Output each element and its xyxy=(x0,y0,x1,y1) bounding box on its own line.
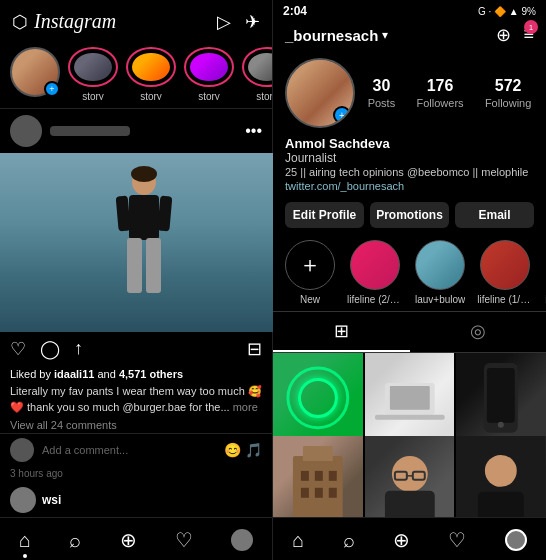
paper-plane-icon[interactable]: ✈ xyxy=(245,11,260,33)
profile-info-row: + 30 Posts 176 Followers 572 Following xyxy=(273,52,546,134)
svg-rect-11 xyxy=(390,386,430,410)
followers-stat[interactable]: 176 Followers xyxy=(416,77,463,109)
view-comments-link[interactable]: View all 24 comments xyxy=(0,417,272,433)
post-header: ••• xyxy=(0,108,272,153)
left-logo: ⬡ Instagram xyxy=(12,10,116,33)
grid-cell-4[interactable] xyxy=(273,436,363,517)
r-nav-profile-button[interactable] xyxy=(505,529,527,551)
profile-buttons: Edit Profile Promotions Email xyxy=(273,198,546,234)
followers-count: 176 xyxy=(427,77,454,95)
svg-rect-5 xyxy=(127,238,142,293)
svg-point-29 xyxy=(485,455,517,487)
r-nav-add-button[interactable]: ⊕ xyxy=(393,528,410,552)
tv-icon[interactable]: ▷ xyxy=(217,11,231,33)
liked-by-user[interactable]: idaali11 xyxy=(54,368,94,380)
story-item-5[interactable]: story xyxy=(242,47,272,100)
r-nav-heart-button[interactable]: ♡ xyxy=(448,528,466,552)
bio-link[interactable]: twitter.com/_bournesach xyxy=(285,180,534,192)
highlight-circle-lauv xyxy=(415,240,465,290)
notification-badge: 1 xyxy=(524,20,538,34)
emoji-2[interactable]: 🎵 xyxy=(245,442,262,458)
post-options-button[interactable]: ••• xyxy=(245,122,262,140)
more-link[interactable]: more xyxy=(233,401,258,413)
add-post-icon[interactable]: ⊕ xyxy=(496,24,511,46)
right-panel: 2:04 G · 🔶 ▲ 9% _bournesach ▾ ⊕ ≡ 1 + 30… xyxy=(273,0,546,560)
story-item-3[interactable]: story xyxy=(126,47,176,100)
svg-rect-2 xyxy=(129,195,159,240)
highlight-lauv[interactable]: lauv+bulow xyxy=(415,240,465,305)
like-button[interactable]: ♡ xyxy=(10,338,26,360)
story-label-3: story xyxy=(140,91,162,100)
r-nav-home-button[interactable]: ⌂ xyxy=(292,529,304,552)
svg-rect-24 xyxy=(385,491,435,517)
grid-cell-5[interactable] xyxy=(365,436,455,517)
share-button[interactable]: ↑ xyxy=(74,338,83,360)
add-to-story-button[interactable]: + xyxy=(333,106,351,124)
comment-button[interactable]: ◯ xyxy=(40,338,60,360)
nav-home-button[interactable]: ⌂ xyxy=(19,529,31,552)
wsi-username: wsi xyxy=(42,493,61,507)
svg-rect-21 xyxy=(315,488,323,498)
highlight-lifeline1[interactable]: lifeline (2/n... xyxy=(347,240,403,305)
story-item-2[interactable]: story xyxy=(68,47,118,100)
post-caption: Literally my fav pants I wear them way t… xyxy=(0,382,272,417)
email-button[interactable]: Email xyxy=(455,202,534,228)
post-username xyxy=(50,126,130,136)
grid-cell-6[interactable] xyxy=(456,436,546,517)
post-liked: Liked by idaali11 and 4,571 others xyxy=(0,366,272,382)
r-nav-search-button[interactable]: ⌕ xyxy=(343,529,355,552)
comment-avatar xyxy=(10,438,34,462)
bio-name: Anmol Sachdeva xyxy=(285,136,534,151)
post-actions: ♡ ◯ ↑ ⊟ xyxy=(0,332,272,366)
svg-point-8 xyxy=(300,380,336,416)
tab-tagged[interactable]: ◎ xyxy=(410,312,547,352)
svg-rect-13 xyxy=(487,368,515,423)
grid-icon: ⊞ xyxy=(334,320,349,342)
grid-cell-3[interactable] xyxy=(456,353,546,443)
following-stat[interactable]: 572 Following xyxy=(485,77,531,109)
left-bottom-nav: ⌂ ⌕ ⊕ ♡ xyxy=(0,517,272,560)
bio-title: Journalist xyxy=(285,151,534,165)
highlight-new[interactable]: ＋ New xyxy=(285,240,335,305)
profile-stats: 30 Posts 176 Followers 572 Following xyxy=(365,77,534,109)
username-chevron-icon[interactable]: ▾ xyxy=(382,28,388,42)
story-label-5: story xyxy=(256,91,272,100)
svg-rect-4 xyxy=(157,196,172,232)
grid-cell-2[interactable] xyxy=(365,353,455,443)
edit-profile-button[interactable]: Edit Profile xyxy=(285,202,364,228)
emoji-1[interactable]: 😊 xyxy=(224,442,241,458)
right-header-icons: ⊕ ≡ 1 xyxy=(496,24,534,46)
promotions-button[interactable]: Promotions xyxy=(370,202,449,228)
highlight-lifeline2[interactable]: lifeline (1/n... xyxy=(477,240,533,305)
svg-rect-18 xyxy=(315,471,323,481)
nav-heart-button[interactable]: ♡ xyxy=(175,528,193,552)
profile-tabs: ⊞ ◎ xyxy=(273,311,546,353)
grid-cell-3-content xyxy=(456,353,546,443)
grid-cell-1[interactable] xyxy=(273,353,363,443)
story-item-4[interactable]: story xyxy=(184,47,234,100)
nav-add-button[interactable]: ⊕ xyxy=(120,528,137,552)
lauv-label: lauv+bulow xyxy=(415,294,465,305)
status-bar: 2:04 G · 🔶 ▲ 9% xyxy=(273,0,546,20)
next-post-user: wsi xyxy=(0,483,272,517)
your-story[interactable]: + Your Story xyxy=(10,47,60,100)
emoji-buttons: 😊 🎵 xyxy=(224,442,262,458)
add-story-button[interactable]: + xyxy=(44,81,60,97)
right-header: _bournesach ▾ ⊕ ≡ 1 xyxy=(273,20,546,52)
grid-cell-4-content xyxy=(273,436,363,517)
posts-stat: 30 Posts xyxy=(368,77,396,109)
comment-input[interactable]: Add a comment... xyxy=(42,444,216,456)
highlight-circle-red xyxy=(480,240,530,290)
nav-search-button[interactable]: ⌕ xyxy=(69,529,81,552)
liked-by-text: Liked by xyxy=(10,368,51,380)
bookmark-button[interactable]: ⊟ xyxy=(247,338,262,360)
lifeline1-label: lifeline (2/n... xyxy=(347,294,403,305)
stories-row: + Your Story story story story xyxy=(0,39,272,108)
menu-icon[interactable]: ≡ 1 xyxy=(523,24,534,46)
svg-point-23 xyxy=(392,456,428,492)
tagged-icon: ◎ xyxy=(470,320,486,342)
tab-grid[interactable]: ⊞ xyxy=(273,312,410,352)
nav-profile-button[interactable] xyxy=(231,529,253,551)
new-highlight-label: New xyxy=(300,294,320,305)
svg-rect-15 xyxy=(293,456,343,517)
